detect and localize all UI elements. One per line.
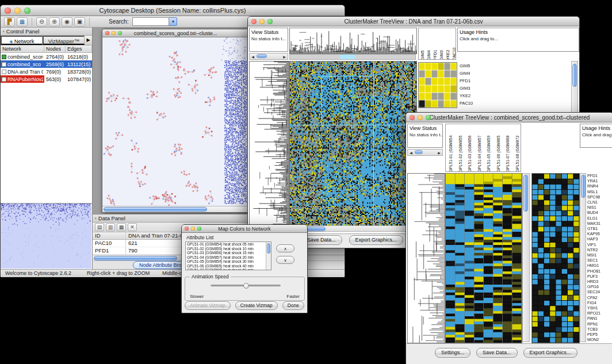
scroll-left-icon[interactable]: ◀	[408, 151, 414, 155]
close-button[interactable]	[105, 31, 109, 35]
column-header-network[interactable]: Network	[1, 46, 44, 52]
scroll-right-icon[interactable]: ▶	[281, 55, 288, 59]
close-button[interactable]	[5, 7, 11, 14]
global-heatmap-canvas[interactable]	[289, 61, 417, 226]
attribute-list-item[interactable]: GPL51-03 (GSM856) heat shock 15 min	[186, 251, 266, 255]
scroll-left-icon[interactable]: ◀	[250, 55, 256, 59]
attribute-list-item[interactable]: GPL51-01 (GSM854) heat shock 05 min	[186, 242, 266, 247]
column-dendrogram-canvas[interactable]	[289, 28, 417, 54]
attribute-list-item[interactable]: GPL51-06 (GSM865) heat shock 40 min	[186, 264, 266, 269]
create-attribute-button[interactable]: ▦	[117, 223, 126, 231]
treeview-combined-titlebar[interactable]: ClusterMaker TreeView : combined_scores_…	[406, 113, 612, 122]
row-dendrogram-canvas[interactable]	[407, 173, 445, 343]
move-down-button[interactable]: ∨	[276, 256, 294, 264]
treeview-dna-titlebar[interactable]: ClusterMaker TreeView : DNA and Tran 07-…	[248, 17, 579, 26]
tab-vizmapper[interactable]: VizMapper™	[43, 36, 85, 45]
animation-speed-slider[interactable]	[211, 285, 281, 286]
scrollbar-thumb[interactable]	[572, 64, 577, 87]
minimize-button[interactable]	[14, 7, 21, 14]
tab-overflow-button[interactable]: ▶	[85, 36, 92, 45]
close-button[interactable]	[410, 115, 415, 120]
minimize-button[interactable]	[112, 31, 116, 35]
network-overview-panel	[1, 203, 92, 269]
detail-heatmap-canvas[interactable]	[418, 62, 457, 108]
zoom-window-button[interactable]	[118, 31, 122, 35]
status-scrollbar[interactable]: ◀ ▶	[249, 53, 288, 60]
network-overview-canvas[interactable]	[1, 204, 91, 269]
detail-vertical-scrollbar[interactable]	[580, 173, 586, 342]
global-vertical-scrollbar[interactable]	[522, 173, 530, 342]
column-header-edges[interactable]: Edges	[66, 46, 92, 52]
faster-label: Faster	[286, 294, 300, 299]
done-button[interactable]: Done	[282, 301, 304, 310]
minimize-button[interactable]	[259, 19, 265, 24]
tab-network[interactable]: ◈Network	[1, 36, 43, 45]
gene-label: RPN1	[587, 321, 612, 327]
animate-vizmap-button[interactable]: Animate Vizmap	[185, 301, 231, 310]
zoom-out-button[interactable]: ⊖	[36, 17, 47, 26]
save-data-button[interactable]: Save Data...	[476, 348, 518, 358]
network-horizontal-scrollbar[interactable]	[102, 206, 248, 212]
zoom-window-button[interactable]	[24, 7, 30, 14]
open-session-button[interactable]: ▛	[4, 17, 15, 26]
minimize-button[interactable]	[418, 115, 423, 120]
unselect-attributes-button[interactable]: ▥	[106, 223, 115, 231]
scrollbar-thumb[interactable]	[267, 243, 270, 254]
zoom-in-button[interactable]: ⊕	[49, 17, 60, 26]
scroll-right-icon[interactable]: ▶	[436, 151, 442, 155]
export-graphics-button[interactable]: Export Graphics...	[523, 348, 577, 358]
control-panel-title: Control Panel	[6, 28, 40, 35]
scrollbar-thumb[interactable]	[581, 175, 586, 198]
network-row[interactable]: RNAPuberNov2 563(0) 107847(0)	[1, 75, 92, 83]
status-scrollbar[interactable]: ◀ ▶	[407, 149, 443, 156]
scrollbar-thumb[interactable]	[94, 256, 177, 260]
heatmap-horizontal-scrollbar[interactable]	[289, 225, 416, 232]
network-row[interactable]: combined_sco 2569(6) 13112(15)	[1, 60, 92, 68]
global-heatmap-canvas[interactable]	[445, 173, 522, 343]
search-dropdown-button[interactable]: ▾	[169, 17, 177, 26]
column-selection-strip[interactable]	[289, 54, 416, 60]
detail-heatmap-canvas[interactable]	[531, 173, 580, 343]
gene-label: GTB1	[587, 226, 612, 231]
close-button[interactable]	[251, 19, 257, 24]
network-row[interactable]: DNA and Tran 07 769(0) 183728(0)	[1, 68, 92, 75]
row-dendrogram-canvas[interactable]	[249, 61, 289, 226]
dialog-titlebar[interactable]: Map Colors to Network	[182, 225, 307, 233]
create-vizmap-button[interactable]: Create Vizmap	[235, 301, 278, 310]
settings-button[interactable]: Settings...	[435, 348, 471, 358]
network-view-titlebar[interactable]: combined_scores_good.txt--cluste...	[102, 29, 248, 37]
column-header-id[interactable]: ID	[93, 232, 126, 239]
search-input[interactable]	[132, 17, 169, 26]
control-panel-tabs: ◈Network VizMapper™ ▶	[1, 36, 92, 45]
attribute-list-item[interactable]: GPL51-02 (GSM855) heat shock 10 min	[186, 247, 266, 251]
scrollbar-thumb[interactable]	[257, 54, 267, 58]
zoom-window-button[interactable]	[267, 19, 273, 24]
zoom-window-button[interactable]	[197, 227, 201, 231]
network-tree-empty-area[interactable]	[1, 83, 92, 203]
select-attributes-button[interactable]: ▤	[95, 223, 104, 231]
delete-attribute-button[interactable]: ✕	[128, 223, 137, 231]
zoom-selected-button[interactable]: ◉	[62, 17, 72, 26]
minimize-button[interactable]	[191, 227, 195, 231]
zoom-window-button[interactable]	[426, 115, 431, 120]
column-header-nodes[interactable]: Nodes	[44, 46, 66, 52]
attribute-list-item[interactable]: GPL51-04 (GSM857) heat shock 20 min	[186, 255, 266, 260]
network-row[interactable]: combined_scores 2764(0) 16218(0)	[1, 53, 92, 60]
scrollbar-thumb[interactable]	[104, 207, 207, 212]
main-titlebar[interactable]: Cytoscape Desktop (Session Name: collins…	[1, 5, 345, 16]
save-session-button[interactable]: ▦	[17, 17, 28, 26]
control-panel: ▪ Control Panel ◈Network VizMapper™ ▶ Ne…	[1, 28, 93, 269]
attribute-list-scrollbar[interactable]	[266, 242, 271, 270]
network-table: combined_scores 2764(0) 16218(0) combine…	[1, 53, 92, 83]
export-graphics-button[interactable]: Export Graphics...	[349, 235, 403, 245]
network-canvas[interactable]	[102, 37, 248, 206]
zoom-fit-button[interactable]: ▣	[74, 17, 85, 26]
slider-thumb[interactable]	[243, 283, 249, 289]
close-button[interactable]	[185, 227, 189, 231]
scrollbar-thumb[interactable]	[415, 150, 423, 154]
attribute-list-item[interactable]: GPL51-07 (GSM868) heat shock 60 min	[186, 268, 266, 270]
scrollbar-thumb[interactable]	[523, 175, 528, 212]
attribute-list-item[interactable]: GPL51-05 (GSM859) heat shock 30 min	[186, 259, 266, 264]
column-label: GIM4	[426, 28, 431, 60]
move-up-button[interactable]: ∧	[276, 244, 294, 252]
